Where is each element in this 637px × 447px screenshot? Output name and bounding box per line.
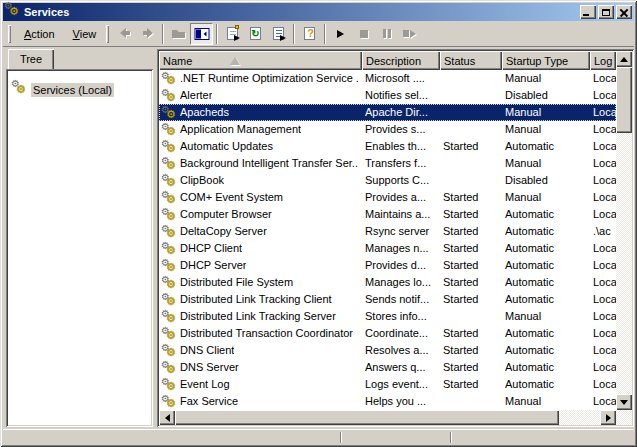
scroll-up-button[interactable] bbox=[616, 51, 632, 67]
service-name-cell: ⚙ ⚙ Automatic Updates bbox=[159, 138, 362, 155]
service-gear-icon: ⚙ ⚙ bbox=[162, 360, 178, 376]
menu-view[interactable]: View bbox=[64, 26, 106, 42]
tab-tree[interactable]: Tree bbox=[8, 49, 54, 69]
table-row[interactable]: ⚙ ⚙ DNS Client Resolves a... Started Aut… bbox=[159, 342, 616, 359]
scroll-down-button[interactable] bbox=[616, 394, 632, 410]
service-gear-icon: ⚙ ⚙ bbox=[162, 190, 178, 206]
column-header-log-on-as[interactable]: Log bbox=[590, 51, 616, 70]
service-name: DHCP Server bbox=[180, 257, 246, 274]
toolbar-gripper[interactable] bbox=[106, 25, 109, 43]
service-description: Provides s... bbox=[362, 121, 440, 138]
service-status: Started bbox=[440, 206, 502, 223]
table-row[interactable]: ⚙ ⚙ Distributed Transaction Coordinator … bbox=[159, 325, 616, 342]
service-name-cell: ⚙ ⚙ Distributed File System bbox=[159, 274, 362, 291]
service-startup-type: Manual bbox=[502, 189, 590, 206]
restart-icon bbox=[403, 30, 416, 38]
service-description: Answers q... bbox=[362, 359, 440, 376]
service-description: Coordinate... bbox=[362, 325, 440, 342]
service-name: Distributed Link Tracking Server bbox=[180, 308, 336, 325]
table-row[interactable]: ⚙ ⚙ Automatic Updates Enables th... Star… bbox=[159, 138, 616, 155]
service-status: Started bbox=[440, 359, 502, 376]
toolbar-gripper[interactable] bbox=[8, 25, 11, 43]
service-name: .NET Runtime Optimization Service ... bbox=[180, 70, 358, 87]
status-bar-divider bbox=[340, 432, 342, 443]
scroll-left-button[interactable] bbox=[159, 410, 175, 425]
table-row[interactable]: ⚙ ⚙ Computer Browser Maintains a... Star… bbox=[159, 206, 616, 223]
table-row[interactable]: ⚙ ⚙ Application Management Provides s...… bbox=[159, 121, 616, 138]
toolbar-button-start-service[interactable] bbox=[329, 23, 352, 45]
service-name: Fax Service bbox=[180, 393, 238, 410]
gear-icon: ⚙ bbox=[166, 395, 176, 411]
service-startup-type: Automatic bbox=[502, 206, 590, 223]
service-startup-type: Manual bbox=[502, 308, 590, 325]
export-list-icon bbox=[273, 27, 284, 40]
table-row[interactable]: ⚙ ⚙ ClipBook Supports C... Disabled Loca bbox=[159, 172, 616, 189]
column-header-name[interactable]: Name bbox=[159, 51, 362, 70]
scrollbar-corner bbox=[616, 410, 632, 425]
table-row[interactable]: ⚙ ⚙ .NET Runtime Optimization Service ..… bbox=[159, 70, 616, 87]
service-name-cell: ⚙ ⚙ DeltaCopy Server bbox=[159, 223, 362, 240]
toolbar-button-export-list[interactable] bbox=[267, 23, 290, 45]
vertical-scrollbar-thumb[interactable] bbox=[616, 67, 632, 133]
table-row[interactable]: ⚙ ⚙ Background Intelligent Transfer Ser.… bbox=[159, 155, 616, 172]
refresh-icon: ↻ bbox=[250, 27, 261, 40]
menu-action[interactable]: Action bbox=[15, 26, 64, 42]
service-status: Started bbox=[440, 223, 502, 240]
folder-icon bbox=[171, 26, 187, 42]
close-icon bbox=[620, 9, 628, 16]
list-header: Name Description Status Startup Type Log bbox=[159, 51, 616, 70]
column-header-startup-type[interactable]: Startup Type bbox=[502, 51, 590, 70]
service-status: Started bbox=[440, 189, 502, 206]
show-hide-console-tree-icon bbox=[194, 26, 210, 42]
service-status bbox=[440, 104, 502, 121]
toolbar-button-properties[interactable] bbox=[221, 23, 244, 45]
service-gear-icon: ⚙ ⚙ bbox=[162, 173, 178, 189]
gear-icon: ⚙ bbox=[166, 344, 176, 360]
column-header-description[interactable]: Description bbox=[362, 51, 440, 70]
status-bar-divider bbox=[450, 432, 452, 443]
vertical-scrollbar[interactable] bbox=[616, 51, 632, 410]
down-arrow-icon bbox=[620, 400, 628, 405]
column-header-status[interactable]: Status bbox=[440, 51, 502, 70]
table-row[interactable]: ⚙ ⚙ DeltaCopy Server Rsync server Starte… bbox=[159, 223, 616, 240]
service-startup-type: Manual bbox=[502, 104, 590, 121]
title-bar[interactable]: ⚙ ⚙ Services bbox=[3, 3, 634, 21]
toolbar-button-show-hide-console-tree[interactable] bbox=[190, 23, 213, 45]
sort-ascending-icon bbox=[230, 57, 240, 65]
table-row[interactable]: ⚙ ⚙ Apacheds Apache Dir... Manual Loca bbox=[159, 104, 616, 121]
table-row[interactable]: ⚙ ⚙ Distributed File System Manages lo..… bbox=[159, 274, 616, 291]
maximize-button[interactable] bbox=[598, 5, 614, 19]
scroll-right-button[interactable] bbox=[600, 410, 616, 425]
service-status: Started bbox=[440, 325, 502, 342]
toolbar-button-help[interactable]: ? bbox=[298, 23, 321, 45]
gear-icon: ⚙ bbox=[166, 310, 176, 326]
table-row[interactable]: ⚙ ⚙ DHCP Client Manages n... Started Aut… bbox=[159, 240, 616, 257]
table-row[interactable]: ⚙ ⚙ COM+ Event System Provides a... Star… bbox=[159, 189, 616, 206]
service-log-on-as: Loca bbox=[590, 376, 616, 393]
tree-item-services-local[interactable]: ⚙ ⚙ Services (Local) bbox=[12, 81, 149, 98]
table-row[interactable]: ⚙ ⚙ DNS Server Answers q... Started Auto… bbox=[159, 359, 616, 376]
gear-icon: ⚙ bbox=[166, 293, 176, 309]
service-status bbox=[440, 155, 502, 172]
toolbar-button-refresh[interactable]: ↻ bbox=[244, 23, 267, 45]
table-row[interactable]: ⚙ ⚙ Alerter Notifies sel... Disabled Loc… bbox=[159, 87, 616, 104]
close-button[interactable] bbox=[616, 5, 632, 19]
table-row[interactable]: ⚙ ⚙ Event Log Logs event... Started Auto… bbox=[159, 376, 616, 393]
service-name: DeltaCopy Server bbox=[180, 223, 267, 240]
horizontal-scrollbar[interactable] bbox=[159, 410, 616, 425]
table-row[interactable]: ⚙ ⚙ DHCP Server Provides d... Started Au… bbox=[159, 257, 616, 274]
service-description: Provides a... bbox=[362, 189, 440, 206]
service-description: Supports C... bbox=[362, 172, 440, 189]
service-log-on-as: Loca bbox=[590, 308, 616, 325]
horizontal-scrollbar-thumb[interactable] bbox=[175, 410, 559, 425]
minimize-button[interactable] bbox=[580, 5, 596, 19]
service-description: Enables th... bbox=[362, 138, 440, 155]
table-row[interactable]: ⚙ ⚙ Distributed Link Tracking Server Sto… bbox=[159, 308, 616, 325]
service-description: Resolves a... bbox=[362, 342, 440, 359]
service-description: Provides d... bbox=[362, 257, 440, 274]
service-name: DHCP Client bbox=[180, 240, 242, 257]
service-name: Application Management bbox=[180, 121, 301, 138]
table-row[interactable]: ⚙ ⚙ Fax Service Helps you ... Manual Loc… bbox=[159, 393, 616, 410]
table-row[interactable]: ⚙ ⚙ Distributed Link Tracking Client Sen… bbox=[159, 291, 616, 308]
gear-icon: ⚙ bbox=[166, 123, 176, 139]
